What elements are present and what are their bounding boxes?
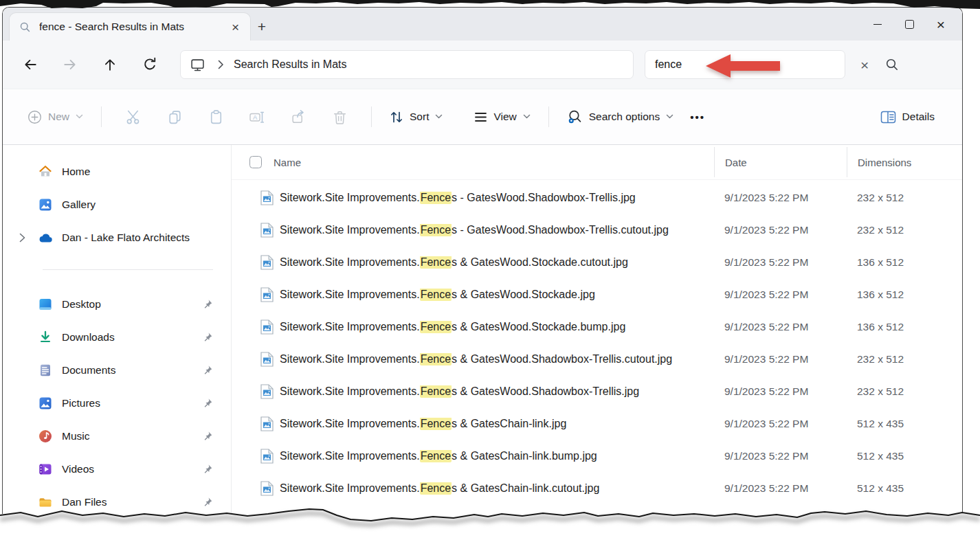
sidebar-item-music[interactable]: Music [3,420,231,453]
sidebar-item-pictures[interactable]: Pictures [3,387,231,420]
sidebar-item-videos[interactable]: Videos [3,453,231,486]
sort-button[interactable]: Sort [383,102,449,132]
copy-button[interactable] [159,102,190,132]
tab-search-results[interactable]: fence - Search Results in Mats × [10,13,250,41]
search-input-value[interactable]: fence [655,58,682,71]
maximize-button[interactable] [893,9,925,39]
share-button[interactable] [282,102,314,132]
tab-close-icon[interactable]: × [227,19,243,35]
forward-button[interactable] [55,49,85,80]
paste-button[interactable] [200,102,232,132]
expand-chevron-icon[interactable] [18,232,37,243]
window-controls: × [862,8,962,41]
search-match-highlight: Fence [420,450,452,462]
breadcrumb-chevron-icon [217,60,224,69]
search-match-highlight: Fence [420,385,452,398]
search-match-highlight: Fence [420,289,452,301]
file-row[interactable]: Sitework.Site Improvements.Fences - Gate… [232,181,962,214]
file-rows: Sitework.Site Improvements.Fences - Gate… [232,180,962,514]
address-bar[interactable]: Search Results in Mats [180,50,634,79]
minimize-button[interactable] [862,9,893,39]
new-button[interactable]: New [21,102,90,132]
sidebar-item-label: Videos [62,463,94,475]
file-row[interactable]: Sitework.Site Improvements.Fences & Gate… [232,311,962,343]
chevron-down-icon [435,114,443,120]
sidebar-item-gallery[interactable]: Gallery [3,188,231,221]
command-toolbar: New [3,89,962,145]
view-button[interactable]: View [467,102,537,132]
search-box[interactable]: fence [645,50,845,79]
file-list-panel: Name Date Dimensions Sitewo [231,145,962,514]
close-button[interactable]: × [925,9,957,39]
back-arrow-icon [23,57,38,72]
sort-icon [390,111,403,124]
select-all-checkbox[interactable] [249,156,262,168]
file-date: 9/1/2023 5:22 PM [714,256,847,269]
screenshot-page: fence - Search Results in Mats × + × [0,0,980,540]
file-dimensions: 512 x 435 [847,418,962,430]
toolbar-separator [548,106,549,127]
file-row[interactable]: Sitework.Site Improvements.Fences & Gate… [232,246,962,278]
file-date: 9/1/2023 5:22 PM [714,450,847,462]
refresh-button[interactable] [135,49,165,80]
search-submit-button[interactable] [881,58,903,71]
videos-icon [37,462,54,477]
column-header-name[interactable]: Name [232,156,714,168]
cut-button[interactable] [118,102,149,132]
up-button[interactable] [95,49,125,80]
pin-icon [202,299,213,310]
file-date: 9/1/2023 5:22 PM [714,482,847,495]
maximize-icon [905,20,914,29]
sidebar-item-label: Pictures [62,397,100,409]
new-tab-button[interactable]: + [250,13,274,41]
sidebar-item-label: Music [62,430,89,442]
column-header-date[interactable]: Date [714,147,847,177]
main-area: Home Gallery Dan - Lake Flato Architects… [3,145,962,514]
back-button[interactable] [15,49,45,80]
chevron-down-icon [76,114,83,120]
column-header-dimensions[interactable]: Dimensions [847,147,962,177]
onedrive-icon [37,230,54,245]
search-match-highlight: Fence [420,321,452,333]
sidebar-item-home[interactable]: Home [3,155,231,188]
file-row[interactable]: Sitework.Site Improvements.Fences & Gate… [232,278,962,311]
clear-search-icon[interactable]: × [855,58,874,72]
file-row[interactable]: Sitework.Site Improvements.Fences - Gate… [232,214,962,246]
sidebar-item-dan-lake-flato-architects[interactable]: Dan - Lake Flato Architects [3,221,231,254]
file-row[interactable]: Sitework.Site Improvements.Fences & Gate… [232,375,962,407]
downloads-icon [37,330,54,345]
rename-button[interactable]: A [241,102,273,132]
sidebar-item-label: Documents [62,364,115,376]
file-dimensions: 136 x 512 [847,321,962,333]
delete-button[interactable] [324,102,355,132]
copy-icon [167,109,183,125]
file-row[interactable]: Sitework.Site Improvements.Fences & Gate… [232,343,962,375]
tab-title: fence - Search Results in Mats [39,21,227,33]
cut-icon [126,109,142,125]
file-row[interactable]: Sitework.Site Improvements.Fences & Gate… [232,472,962,504]
file-date: 9/1/2023 5:22 PM [714,321,847,333]
file-row[interactable]: Sitework.Site Improvements.Fences & Gate… [232,440,962,472]
date-column-label: Date [725,157,747,168]
search-match-highlight: Fence [420,256,452,269]
more-options-button[interactable]: ••• [680,111,715,123]
jpg-file-icon [260,255,274,270]
file-date: 9/1/2023 5:22 PM [714,418,847,430]
this-pc-icon [190,58,205,72]
search-options-label: Search options [589,111,660,123]
desktop-icon [37,297,54,312]
sidebar-top-section: Home Gallery Dan - Lake Flato Architects [3,155,231,254]
search-match-highlight: Fence [420,482,452,495]
file-name: Sitework.Site Improvements.Fences & Gate… [280,418,714,430]
details-button[interactable]: Details [873,102,942,132]
sidebar-divider [43,269,213,270]
magnifier-icon [885,58,899,71]
sidebar-item-desktop[interactable]: Desktop [3,288,231,321]
sidebar-item-downloads[interactable]: Downloads [3,321,231,354]
file-date: 9/1/2023 5:22 PM [714,192,847,204]
sidebar-item-documents[interactable]: Documents [3,354,231,387]
search-match-highlight: Fence [420,224,452,236]
documents-icon [37,363,54,378]
search-options-button[interactable]: Search options [560,102,680,132]
file-row[interactable]: Sitework.Site Improvements.Fences & Gate… [232,407,962,440]
